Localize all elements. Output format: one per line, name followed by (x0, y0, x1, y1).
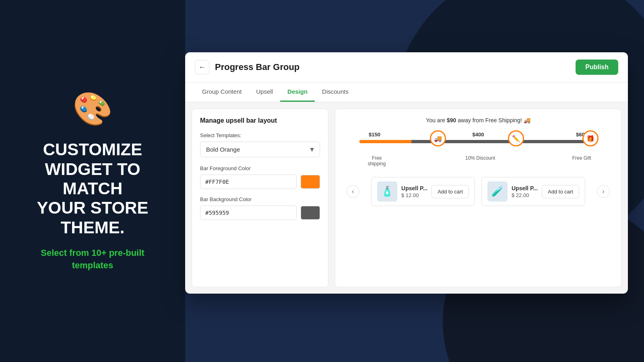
palette-icon: 🎨 (72, 90, 113, 128)
upsell-name-2: Upsell P... (512, 185, 538, 191)
background-color-row (200, 206, 320, 220)
tab-discounts[interactable]: Discounts (315, 82, 356, 102)
milestone-label-2: 10% Discount (464, 155, 496, 167)
app-window: ← Progress Bar Group Publish Group Conte… (185, 52, 628, 294)
upsell-info-2: Upsell P... $ 22.00 (512, 185, 538, 198)
app-body: Manage upsell bar layout Select Template… (185, 102, 628, 294)
preview-panel: You are $90 away from Free Shipping! 🚚 $… (335, 109, 621, 287)
progress-bar-container: $150 $400 $600 🚚 ✏️ 🎁 (359, 132, 597, 167)
background-color-input[interactable] (200, 206, 297, 220)
milestone-dot-1-wrapper: 🚚 (430, 137, 446, 146)
foreground-color-row (200, 175, 320, 189)
subheadline: Select from 10+ pre-built templates (41, 247, 144, 272)
carousel-prev-button[interactable]: ‹ (347, 185, 359, 198)
progress-fill (359, 140, 412, 143)
milestone-icon-3: 🎁 (582, 130, 599, 146)
config-title: Manage upsell bar layout (200, 117, 320, 124)
tab-upsell[interactable]: Upsell (249, 82, 280, 102)
background-color-swatch[interactable] (301, 206, 320, 220)
milestone-label-3: Free Gift (570, 155, 594, 167)
template-select[interactable]: Bold Orange Classic Blue Minimal Dark Fr… (200, 142, 320, 157)
background-color-label: Bar Background Color (200, 196, 320, 202)
template-select-wrapper: Bold Orange Classic Blue Minimal Dark Fr… (200, 142, 320, 157)
tab-design[interactable]: Design (280, 82, 315, 102)
milestone-icon-1: 🚚 (430, 130, 446, 146)
upsell-carousel: ‹ 🧴 Upsell P... $ 12.00 Add to cart 🧪 (343, 177, 613, 206)
app-header: ← Progress Bar Group Publish (185, 52, 628, 82)
left-panel: 🎨 CUSTOMIZE WIDGET TO MATCH YOUR STORE T… (0, 0, 185, 362)
header-left: ← Progress Bar Group (195, 60, 299, 74)
app-tabs: Group Content Upsell Design Discounts (185, 82, 628, 102)
upsell-card-1: 🧴 Upsell P... $ 12.00 Add to cart (371, 177, 475, 206)
milestone-label-1: Free shipping (363, 155, 391, 167)
upsell-items: 🧴 Upsell P... $ 12.00 Add to cart 🧪 Upse… (364, 177, 592, 206)
headline: CUSTOMIZE WIDGET TO MATCH YOUR STORE THE… (16, 140, 169, 237)
back-button[interactable]: ← (195, 60, 209, 74)
milestone-amount-2: $400 (473, 132, 484, 138)
milestone-icon-2: ✏️ (508, 130, 524, 146)
milestone-dot-3-wrapper: 🎁 (582, 137, 599, 146)
progress-message: You are $90 away from Free Shipping! 🚚 (343, 117, 613, 123)
templates-label: Select Templates: (200, 132, 320, 138)
foreground-color-input[interactable] (200, 175, 297, 189)
progress-track: 🚚 ✏️ 🎁 (359, 140, 597, 143)
foreground-label: Bar Foreground Color (200, 165, 320, 171)
foreground-color-swatch[interactable] (301, 175, 320, 189)
milestone-dot-2-wrapper: ✏️ (508, 137, 524, 146)
add-to-cart-button-1[interactable]: Add to cart (431, 185, 469, 198)
upsell-image-2: 🧪 (487, 181, 508, 202)
app-title: Progress Bar Group (215, 62, 299, 72)
upsell-price-1: $ 12.00 (401, 192, 427, 198)
add-to-cart-button-2[interactable]: Add to cart (542, 185, 579, 198)
config-panel: Manage upsell bar layout Select Template… (192, 109, 328, 287)
upsell-card-2: 🧪 Upsell P... $ 22.00 Add to cart (481, 177, 585, 206)
upsell-image-1: 🧴 (377, 181, 397, 202)
upsell-price-2: $ 22.00 (512, 192, 538, 198)
carousel-next-button[interactable]: › (597, 185, 610, 198)
upsell-info-1: Upsell P... $ 12.00 (401, 185, 427, 198)
upsell-name-1: Upsell P... (401, 185, 427, 191)
publish-button[interactable]: Publish (576, 60, 618, 75)
milestone-amount-1: $150 (369, 132, 380, 138)
tab-group-content[interactable]: Group Content (195, 82, 249, 102)
